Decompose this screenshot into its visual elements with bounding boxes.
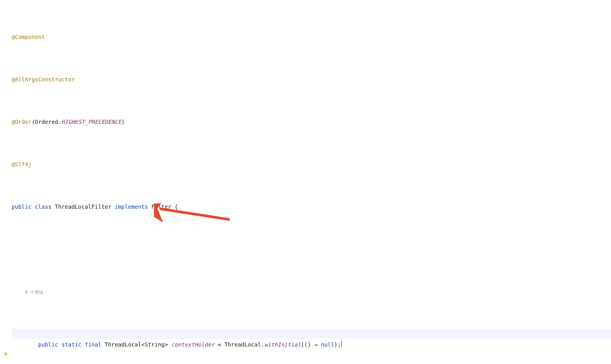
code-line-blank	[12, 244, 611, 255]
svg-rect-0	[5, 355, 6, 356]
code-line: @Order(Ordered.HIGHEST_PRECEDENCE)	[12, 117, 611, 127]
usages-hint[interactable]: 4 个用法	[25, 290, 43, 295]
code-line: @AllArgsConstructor	[12, 74, 611, 85]
text-caret	[341, 340, 342, 347]
keyword-implements: implements	[115, 204, 148, 210]
keyword-public: public	[38, 341, 58, 348]
constant-highest-precedence: HIGHEST_PRECEDENCE	[62, 119, 122, 125]
implements-tail: Filter {	[148, 204, 178, 210]
code-line: public class ThreadLocalFilter implement…	[12, 201, 611, 212]
annotation-slf4j: @Slf4j	[12, 161, 32, 167]
keyword-class: class	[35, 204, 51, 210]
code-line: @Slf4j	[12, 159, 611, 170]
method-withinitial: withInitial	[264, 341, 301, 348]
annotation-allargs: @AllArgsConstructor	[12, 76, 75, 83]
lambda-arrow: →	[314, 341, 317, 348]
keyword-public: public	[12, 204, 32, 210]
field-type: ThreadLocal<String>	[101, 341, 171, 348]
annotation-order: @Order	[12, 119, 32, 125]
paren: )	[122, 119, 125, 125]
keyword-static: static	[62, 341, 82, 348]
class-name: ThreadLocalFilter	[51, 204, 115, 210]
keyword-final: final	[85, 341, 101, 348]
annotation-component: @Component	[12, 34, 45, 40]
field-contextholder: contextHolder	[171, 341, 215, 348]
intention-bulb-icon[interactable]	[3, 331, 8, 335]
qualifier: Ordered.	[35, 119, 62, 125]
code-line-highlighted: public static final ThreadLocal<String> …	[12, 329, 611, 340]
usages-hint-line[interactable]: 4 个用法	[12, 286, 611, 297]
svg-rect-1	[5, 356, 6, 356]
paren: (	[32, 119, 35, 125]
keyword-null: null	[318, 341, 334, 348]
code-editor[interactable]: @Component @AllArgsConstructor @Order(Or…	[0, 0, 611, 364]
code-line: @Component	[12, 32, 611, 42]
